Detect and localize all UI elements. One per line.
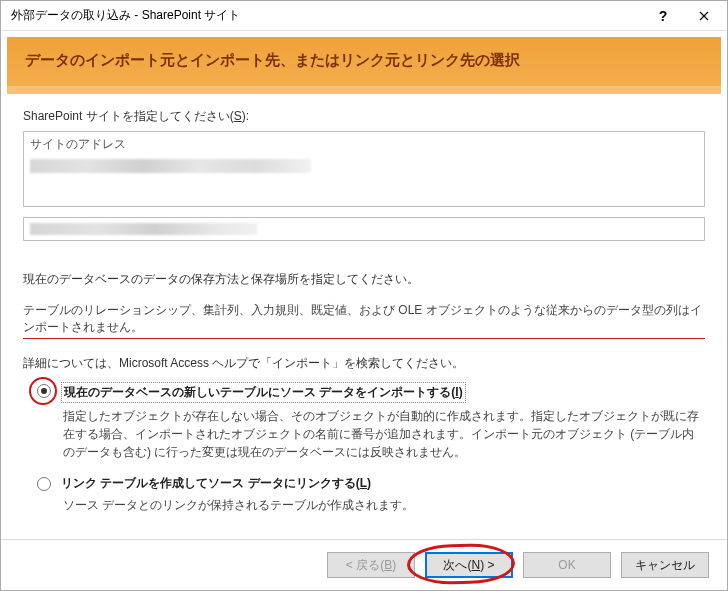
import-options-group: 現在のデータベースの新しいテーブルにソース データをインポートする(I) 指定し… — [23, 382, 705, 514]
annotation-circle-icon — [29, 377, 57, 405]
site-address-input[interactable] — [23, 217, 705, 241]
wizard-button-bar: < 戻る(B) 次へ(N) > OK キャンセル — [1, 539, 727, 590]
import-external-data-dialog: 外部データの取り込み - SharePoint サイト ? データのインポート元… — [0, 0, 728, 591]
cancel-button[interactable]: キャンセル — [621, 552, 709, 578]
redacted-site-url — [30, 159, 311, 173]
ok-button: OK — [523, 552, 611, 578]
option-link-table-label: リンク テーブルを作成してソース データにリンクする(L) — [61, 475, 371, 492]
close-icon[interactable] — [681, 1, 727, 31]
site-address-listbox[interactable]: サイトのアドレス — [23, 131, 705, 207]
redacted-address-value — [30, 223, 257, 235]
window-title: 外部データの取り込み - SharePoint サイト — [11, 7, 645, 24]
wizard-content: SharePoint サイトを指定してください(S): サイトのアドレス 現在の… — [1, 94, 727, 539]
radio-import-new-table[interactable] — [37, 384, 51, 398]
next-button[interactable]: 次へ(N) > — [425, 552, 513, 578]
radio-link-table[interactable] — [37, 477, 51, 491]
option-import-new-table[interactable]: 現在のデータベースの新しいテーブルにソース データをインポートする(I) — [37, 382, 705, 403]
storage-instruction-text: 現在のデータベースのデータの保存方法と保存場所を指定してください。 — [23, 271, 705, 288]
back-button: < 戻る(B) — [327, 552, 415, 578]
import-warning-text: テーブルのリレーションシップ、集計列、入力規則、既定値、および OLE オブジェ… — [23, 302, 705, 339]
site-address-listbox-header: サイトのアドレス — [30, 136, 698, 153]
option-link-table[interactable]: リンク テーブルを作成してソース データにリンクする(L) — [37, 475, 705, 492]
wizard-banner-title: データのインポート元とインポート先、またはリンク元とリンク先の選択 — [25, 51, 703, 70]
site-address-label: SharePoint サイトを指定してください(S): — [23, 108, 705, 125]
titlebar: 外部データの取り込み - SharePoint サイト ? — [1, 1, 727, 31]
option-link-table-desc: ソース データとのリンクが保持されるテーブルが作成されます。 — [63, 496, 705, 514]
wizard-banner: データのインポート元とインポート先、またはリンク元とリンク先の選択 — [7, 37, 721, 94]
option-import-new-table-label: 現在のデータベースの新しいテーブルにソース データをインポートする(I) — [61, 382, 466, 403]
help-reference-text: 詳細については、Microsoft Access ヘルプで「インポート」を検索し… — [23, 355, 705, 372]
option-import-new-table-desc: 指定したオブジェクトが存在しない場合、そのオブジェクトが自動的に作成されます。指… — [63, 407, 705, 461]
help-icon[interactable]: ? — [645, 1, 681, 31]
